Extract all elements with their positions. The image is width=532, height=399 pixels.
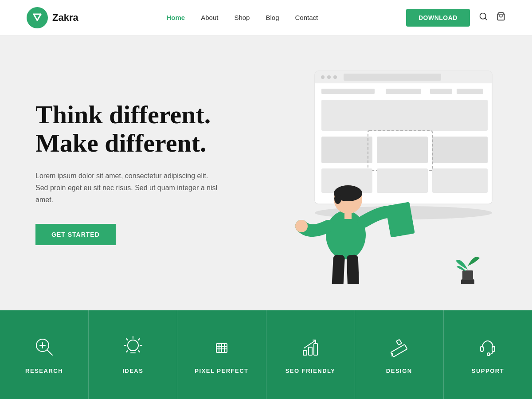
design-icon	[387, 336, 411, 360]
svg-rect-58	[396, 339, 402, 345]
nav-shop[interactable]: Shop	[234, 14, 250, 21]
svg-rect-10	[321, 89, 375, 94]
hero-subtitle: Lorem ipsum dolor sit amet, consectetur …	[35, 170, 222, 206]
ideas-label: IDEAS	[122, 368, 143, 374]
svg-point-7	[327, 75, 331, 79]
feature-seo[interactable]: SEO FRIENDLY	[266, 310, 355, 399]
svg-line-44	[126, 339, 128, 340]
svg-line-47	[138, 351, 140, 352]
svg-line-1	[485, 18, 487, 20]
research-icon	[33, 336, 56, 360]
header: Zakra Home About Shop Blog Contact DOWNL…	[0, 0, 532, 35]
ideas-icon	[121, 336, 145, 360]
hero-section: Think different. Make different. Lorem i…	[0, 35, 532, 310]
support-icon	[476, 336, 499, 360]
svg-rect-29	[332, 254, 345, 284]
svg-line-38	[47, 350, 52, 355]
get-started-button[interactable]: GET STARTED	[35, 224, 116, 245]
main-nav: Home About Shop Blog Contact	[167, 14, 318, 21]
header-actions: DOWNLOAD	[406, 9, 505, 27]
logo-icon	[27, 7, 48, 28]
svg-point-6	[321, 75, 325, 79]
svg-line-48	[126, 351, 128, 352]
svg-rect-61	[492, 346, 495, 352]
svg-rect-13	[457, 89, 483, 94]
pixel-perfect-label: PIXEL PERFECT	[195, 368, 248, 374]
feature-pixel-perfect[interactable]: PIXEL PERFECT	[177, 310, 266, 399]
svg-point-26	[334, 193, 341, 204]
svg-rect-9	[344, 74, 441, 81]
research-label: RESEARCH	[25, 368, 63, 374]
feature-support[interactable]: SUPPORT	[444, 310, 532, 399]
nav-blog[interactable]: Blog	[266, 14, 279, 21]
nav-contact[interactable]: Contact	[295, 14, 318, 21]
cart-icon[interactable]	[497, 12, 505, 23]
feature-design[interactable]: DESIGN	[355, 310, 444, 399]
svg-rect-12	[430, 89, 452, 94]
features-section: RESEARCH IDEAS	[0, 310, 532, 399]
svg-rect-21	[432, 168, 488, 193]
logo[interactable]: Zakra	[27, 7, 78, 28]
svg-point-41	[128, 340, 138, 351]
feature-research[interactable]: RESEARCH	[0, 310, 89, 399]
nav-about[interactable]: About	[201, 14, 218, 21]
svg-rect-54	[303, 351, 307, 355]
svg-point-8	[333, 75, 337, 79]
hero-illustration	[257, 62, 505, 284]
svg-point-33	[295, 220, 308, 232]
nav-home[interactable]: Home	[167, 14, 185, 21]
svg-rect-30	[347, 255, 360, 284]
search-icon[interactable]	[479, 12, 488, 23]
svg-rect-56	[314, 344, 317, 355]
seo-label: SEO FRIENDLY	[286, 368, 336, 374]
download-button[interactable]: DOWNLOAD	[406, 9, 470, 27]
svg-line-43	[138, 339, 140, 340]
svg-rect-16	[377, 137, 428, 163]
hero-content: Think different. Make different. Lorem i…	[35, 101, 222, 245]
svg-rect-27	[344, 212, 352, 219]
svg-rect-55	[309, 347, 312, 355]
svg-rect-11	[386, 89, 421, 94]
svg-rect-57	[391, 344, 407, 356]
seo-icon	[299, 336, 322, 360]
hero-title: Think different. Make different.	[35, 101, 222, 157]
support-label: SUPPORT	[472, 368, 504, 374]
svg-point-62	[487, 353, 490, 356]
brand-name: Zakra	[52, 12, 78, 23]
design-label: DESIGN	[386, 368, 412, 374]
svg-rect-60	[481, 346, 483, 352]
svg-rect-36	[462, 270, 473, 280]
svg-rect-15	[321, 137, 372, 163]
feature-ideas[interactable]: IDEAS	[89, 310, 177, 399]
svg-rect-20	[377, 168, 428, 193]
pixel-perfect-icon	[210, 336, 233, 360]
svg-rect-17	[432, 137, 488, 163]
svg-rect-14	[321, 100, 488, 131]
